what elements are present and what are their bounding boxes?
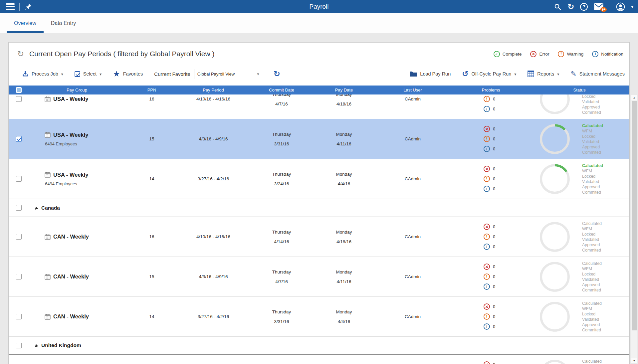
info-count: 0 <box>493 284 495 289</box>
current-favorite-select[interactable]: Global Payroll View <box>194 69 262 79</box>
commit-date: 3/31/16 <box>274 141 289 146</box>
mail-icon[interactable]: 9+ <box>594 3 604 10</box>
error-icon <box>484 264 490 270</box>
pay-period-value: 4/10/16 - 4/16/16 <box>178 217 248 257</box>
error-count: 0 <box>493 264 495 269</box>
scroll-down-icon[interactable] <box>631 358 637 363</box>
warning-count: 0 <box>493 234 495 239</box>
app-title: Payroll <box>0 3 638 10</box>
refresh-favorite-icon[interactable] <box>274 70 280 78</box>
column-pay-group[interactable]: Pay Group <box>29 88 125 92</box>
reports-button[interactable]: Reports <box>528 71 559 77</box>
ppn-value: 14 <box>125 159 178 199</box>
statement-messages-button[interactable]: Statement Messages <box>570 71 625 78</box>
notification-icon <box>592 51 598 57</box>
error-icon <box>530 51 536 57</box>
column-last-user[interactable]: Last User <box>373 88 452 92</box>
table-row[interactable]: USA - Weekly 6494 Employees 14 3/27/16 -… <box>9 159 629 199</box>
scrollbar[interactable] <box>631 95 637 363</box>
group-row[interactable]: United Kingdom <box>9 337 629 355</box>
table-row[interactable]: USA - Weekly 16 4/10/16 - 4/16/16 Thursd… <box>9 94 629 119</box>
user-icon[interactable] <box>616 2 625 11</box>
table-row[interactable]: CAN - Weekly 16 4/10/16 - 4/16/16 Thursd… <box>9 217 629 257</box>
error-icon <box>484 126 490 132</box>
off-cycle-pay-run-button[interactable]: Off-Cycle Pay Run <box>462 70 516 78</box>
ppn-value: 16 <box>125 217 178 257</box>
reports-label: Reports <box>537 71 554 77</box>
pay-day: Monday <box>336 94 352 97</box>
progress-ring <box>539 301 570 332</box>
scrollbar-thumb[interactable] <box>632 101 637 330</box>
column-problems[interactable]: Problems <box>452 88 530 92</box>
employee-count: 6494 Employees <box>45 141 77 146</box>
chevron-down-icon <box>100 71 102 77</box>
progress-ring <box>539 164 570 194</box>
refresh-icon[interactable] <box>567 3 574 11</box>
warning-icon <box>484 96 490 102</box>
column-status[interactable]: Status <box>530 88 629 92</box>
search-icon[interactable] <box>554 3 561 11</box>
error-icon <box>484 166 490 172</box>
scroll-up-icon[interactable] <box>631 95 637 100</box>
row-checkbox[interactable] <box>16 234 22 240</box>
commit-day: Thursday <box>272 270 291 274</box>
table-body: USA - Weekly 16 4/10/16 - 4/16/16 Thursd… <box>9 94 629 364</box>
collapse-icon[interactable] <box>34 206 38 209</box>
warning-count: 0 <box>493 96 495 101</box>
favorites-button[interactable]: Favorites <box>113 70 143 78</box>
ppn-value: 15 <box>125 119 178 159</box>
undo-arrow-icon <box>462 70 468 78</box>
calendar-icon <box>45 132 51 138</box>
status-steps: CalculatedWFMLockedValidatedApprovedComm… <box>582 221 602 253</box>
progress-ring <box>539 359 570 364</box>
column-pay-date[interactable]: Pay Date <box>315 88 373 92</box>
last-user: CAdmin <box>373 159 452 199</box>
table-row[interactable]: 0 CalculatedWFMLockedValidatedApprovedCo… <box>9 355 629 364</box>
checked-box-icon <box>75 71 80 77</box>
table-row[interactable]: CAN - Weekly 14 3/27/16 - 4/2/16 Thursda… <box>9 297 629 337</box>
employee-count: 6494 Employees <box>45 181 77 186</box>
progress-ring <box>539 124 570 154</box>
column-pay-period[interactable]: Pay Period <box>178 88 248 92</box>
group-row[interactable]: Canada <box>9 199 629 217</box>
group-checkbox[interactable] <box>16 343 22 348</box>
column-commit-date[interactable]: Commit Date <box>248 88 315 92</box>
warning-icon <box>484 234 490 240</box>
column-ppn[interactable]: PPN <box>125 88 178 92</box>
chevron-down-icon <box>61 71 63 77</box>
table-row[interactable]: CAN - Weekly 15 4/3/16 - 4/9/16 Thursday… <box>9 257 629 297</box>
spreadsheet-icon <box>528 71 534 77</box>
help-icon[interactable] <box>580 3 588 11</box>
row-checkbox[interactable] <box>16 136 22 142</box>
table-row[interactable]: USA - Weekly 6494 Employees 15 4/3/16 - … <box>9 119 629 159</box>
process-job-button[interactable]: Process Job <box>22 71 63 77</box>
row-checkbox[interactable] <box>16 274 22 279</box>
pay-group-name: USA - Weekly <box>53 172 88 178</box>
error-count: 0 <box>493 304 495 309</box>
collapse-icon[interactable] <box>34 344 38 347</box>
load-pay-run-button[interactable]: Load Pay Run <box>410 71 451 77</box>
row-checkbox[interactable] <box>16 314 22 319</box>
warning-icon <box>484 176 490 182</box>
pay-day: Monday <box>336 270 352 274</box>
select-all-checkbox[interactable] <box>16 87 22 93</box>
tab-overview[interactable]: Overview <box>7 20 44 33</box>
row-checkbox[interactable] <box>16 96 22 102</box>
commit-date: 3/24/16 <box>274 181 289 186</box>
status-steps: CalculatedWFMLockedValidatedApprovedComm… <box>582 359 602 364</box>
info-icon <box>484 146 490 152</box>
pay-periods-panel: Current Open Pay Periods ( filtered by G… <box>8 42 630 364</box>
warning-icon <box>484 136 490 142</box>
info-count: 0 <box>493 146 495 151</box>
tab-data-entry[interactable]: Data Entry <box>44 20 84 33</box>
pay-date: 4/11/16 <box>336 279 351 284</box>
select-button[interactable]: Select <box>75 71 102 77</box>
refresh-panel-icon[interactable] <box>17 50 24 58</box>
group-checkbox[interactable] <box>16 205 22 211</box>
info-icon <box>484 186 490 192</box>
info-icon <box>484 283 490 290</box>
chevron-down-icon[interactable] <box>631 4 633 9</box>
ppn-value: 14 <box>125 297 178 336</box>
pay-group-name: USA - Weekly <box>53 132 88 138</box>
row-checkbox[interactable] <box>16 176 22 182</box>
